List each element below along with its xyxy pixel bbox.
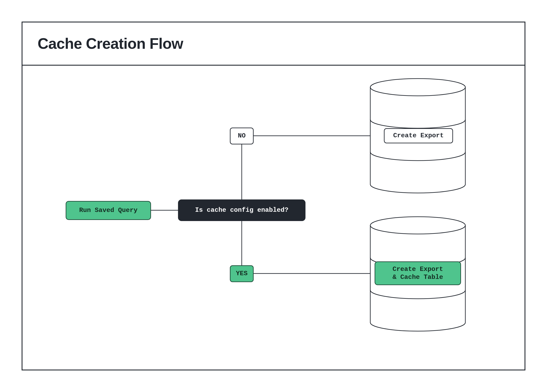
title-bar: Cache Creation Flow (22, 22, 525, 66)
svg-point-0 (370, 79, 465, 96)
node-create-export: Create Export (384, 128, 453, 143)
node-run-saved-query: Run Saved Query (66, 201, 151, 220)
node-create-export-and-cache: Create Export& Cache Table (375, 261, 461, 285)
canvas: Run Saved Query Is cache config enabled?… (22, 66, 525, 370)
svg-point-3 (370, 217, 465, 234)
node-branch-no: NO (230, 127, 254, 144)
node-decision-cache-config: Is cache config enabled? (178, 199, 306, 221)
diagram-frame: Cache Creation Flow (22, 22, 525, 370)
diagram-title: Cache Creation Flow (38, 35, 183, 52)
node-branch-yes: YES (230, 265, 254, 282)
